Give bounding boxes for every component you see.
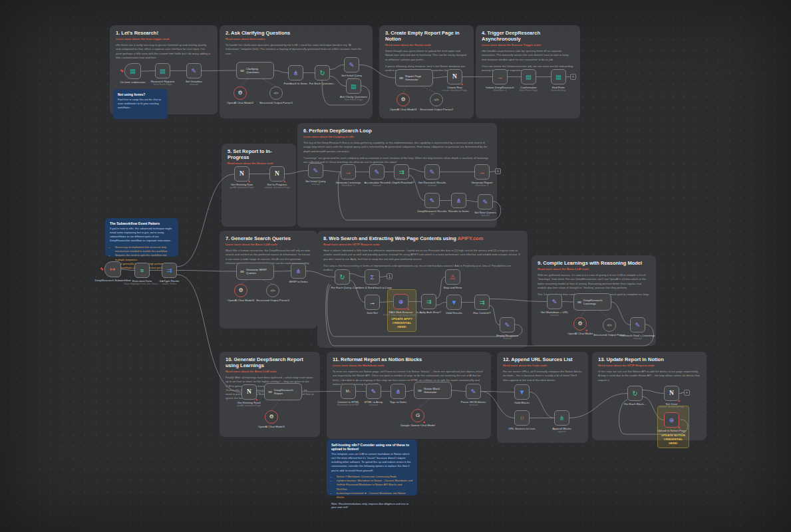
on-form-submission-node[interactable]: ϟ▤ bbox=[124, 63, 141, 79]
deepresearch-learnings-node[interactable]: ∞DeepResearch Learnings bbox=[573, 293, 611, 311]
generate-serp-queries-node[interactable]: ∞Generate SERP Queries bbox=[236, 263, 274, 280]
convert-to-html-node[interactable]: M↓ bbox=[341, 384, 356, 399]
sticky-note-note-subworkflow[interactable]: The Subworkflow Event PatternIf you're n… bbox=[105, 218, 178, 257]
endpoint-2-node[interactable]: + bbox=[495, 168, 501, 174]
has-content-node[interactable]: ⇉ bbox=[474, 295, 490, 310]
set-variables-node[interactable]: ✎ bbox=[186, 63, 202, 78]
structured-output-parser2a-node[interactable]: </> bbox=[430, 93, 443, 106]
generate-report-node[interactable]: → bbox=[474, 164, 490, 180]
get-initial-query-node[interactable]: ✎ bbox=[344, 57, 359, 72]
initiate-deepresearch-node[interactable]: → bbox=[492, 69, 508, 84]
endpoint-3-node[interactable]: + bbox=[684, 390, 690, 396]
is-apify-auth-error-node[interactable]: ⇉ bbox=[421, 294, 436, 309]
url-sources-to-lists-node[interactable]: { } bbox=[514, 410, 530, 426]
sticky-note-s13[interactable]: 13. Update Report in NotionRead more abo… bbox=[592, 352, 707, 440]
openai-chat-model4-node[interactable]: ⚙ bbox=[234, 284, 247, 297]
pencil-icon: ✎ bbox=[192, 68, 197, 74]
combine-send-back-node[interactable]: Σ bbox=[365, 269, 380, 285]
for-each-query-node[interactable]: ↻ bbox=[335, 269, 350, 285]
rag-web-browser-node[interactable]: ⊕▲ bbox=[393, 294, 408, 309]
upload-to-notion-page-node[interactable]: ⊕▲ bbox=[664, 412, 679, 428]
item-ref-node[interactable]: → bbox=[365, 295, 380, 310]
set-initial-query-node[interactable]: ✎ bbox=[308, 163, 323, 178]
deepresearch-results-node[interactable]: ✎ bbox=[424, 193, 440, 208]
endpoint-1-node[interactable]: + bbox=[570, 74, 576, 80]
sticky-doc-link[interactable]: Read more about the HTTP Request node bbox=[598, 364, 701, 367]
notion-block-generator-node[interactable]: ∞Notion Block Generator bbox=[414, 382, 452, 399]
deepresearch-report-node[interactable]: ∞DeepResearch Report bbox=[264, 383, 302, 400]
results-to-items-node[interactable]: ⋔ bbox=[451, 193, 466, 208]
exec-icon: → bbox=[345, 169, 352, 176]
structured-output-parser-node[interactable]: </> bbox=[603, 319, 616, 332]
for-each-block-node[interactable]: ↻ bbox=[627, 386, 643, 401]
get-research-results-node[interactable]: ✎ bbox=[424, 164, 440, 180]
get-existing-row-node[interactable]: N▲ bbox=[234, 166, 249, 182]
node-label: Get Initial Querymanual bbox=[329, 74, 375, 80]
sticky-doc-link[interactable]: Learn more about the Markdown node bbox=[333, 364, 485, 367]
feedback-to-items-node[interactable]: ⋔ bbox=[288, 65, 303, 80]
sticky-doc-link[interactable]: Read more about the Notion node bbox=[385, 43, 468, 47]
sticky-bullet-link[interactable]: Necessary to implement the recursive loo… bbox=[115, 245, 174, 254]
append-blocks-node[interactable]: ⋔ bbox=[554, 410, 569, 426]
ask-clarity-questions-node[interactable]: ▤ bbox=[346, 78, 361, 94]
sticky-doc-link[interactable]: Learn more about the Basic LLM node bbox=[226, 243, 311, 246]
is-depth-reached-node[interactable]: ⇉ bbox=[394, 164, 409, 180]
deepresearch-subworkflow-node[interactable]: ϟ↦ bbox=[104, 261, 121, 277]
sticky-doc-link[interactable]: Read more about the Basic LLM node bbox=[226, 370, 314, 373]
set-next-queries-node[interactable]: ✎ bbox=[478, 194, 493, 209]
sticky-doc-link[interactable]: Learn more about the form trigger node bbox=[116, 37, 212, 41]
set-in-progress-node[interactable]: N▲ bbox=[269, 166, 285, 182]
accumulate-results-node[interactable]: ✎ bbox=[369, 164, 385, 180]
structured-output-parser2-node[interactable]: </> bbox=[266, 284, 279, 297]
google-gemini-chat-model-node[interactable]: G▲ bbox=[411, 409, 424, 422]
sticky-note-note-forms[interactable]: Not using forms?Feel free to swap this o… bbox=[113, 89, 168, 119]
openai-chat-model1-node[interactable]: ⚙ bbox=[265, 410, 278, 424]
node-label: Combine & Send back to Loop bbox=[349, 286, 396, 289]
sticky-doc-link[interactable]: Read more about the HTTP Request node bbox=[323, 243, 522, 246]
clarifying-questions-node[interactable]: ∞Clarifying Questions bbox=[236, 62, 274, 79]
node-sublabel: update: databasePage bbox=[254, 186, 301, 190]
research-goal-learnings-node[interactable]: ✎ bbox=[630, 317, 645, 332]
pencil-icon: ✎ bbox=[375, 169, 380, 176]
sticky-doc-link[interactable]: Read more about form nodes bbox=[226, 37, 367, 41]
tags-to-items-node[interactable]: ⋔ bbox=[391, 384, 406, 399]
openai-chat-model2-node[interactable]: ⚙ bbox=[234, 86, 247, 100]
structured-output-parser1-node[interactable]: </> bbox=[269, 86, 283, 100]
valid-results-node[interactable]: ▼ bbox=[446, 295, 462, 310]
end-form-node[interactable]: ▤ bbox=[551, 69, 566, 84]
empty-response-node[interactable]: ✎ bbox=[500, 317, 515, 332]
badge-1-node[interactable]: 1 bbox=[387, 273, 393, 279]
generate-learnings-node[interactable]: → bbox=[341, 164, 356, 180]
sticky-doc-link[interactable]: Learn more about the Execute Trigger nod… bbox=[482, 43, 574, 47]
research-request-node[interactable]: ▤ bbox=[155, 63, 170, 78]
sticky-doc-link[interactable]: Learn more about the Looping in n8n bbox=[303, 135, 491, 138]
sticky-doc-link[interactable]: Read more about the Code node bbox=[503, 364, 582, 367]
html-to-array-node[interactable]: ✎ bbox=[366, 384, 381, 399]
serp-to-items-node[interactable]: ⋔ bbox=[291, 263, 306, 279]
confirmation-node[interactable]: ▤ bbox=[521, 69, 536, 84]
jobtype-router-node[interactable]: ⇉ bbox=[162, 263, 177, 278]
sticky-note-note-selfhost[interactable]: Self-hosting n8n? Consider using one of … bbox=[327, 440, 417, 495]
create-row-node[interactable]: N▲ bbox=[447, 69, 462, 84]
get-markdown-url-node[interactable]: ✎ bbox=[547, 294, 562, 309]
sticky-bullet-link[interactable]: brittonhayes/notionmd ★ - Convert Markdo… bbox=[337, 491, 412, 500]
valid-blocks-node[interactable]: ▼ bbox=[514, 384, 530, 400]
node-label: Empty Responsemanual bbox=[484, 334, 531, 340]
stop-and-error-node[interactable]: ⚠ bbox=[445, 269, 460, 285]
exec-icon: → bbox=[497, 74, 504, 80]
sticky-bullet-link[interactable]: Negates the need to split this workflow … bbox=[115, 253, 174, 262]
report-page-generator-node[interactable]: ∞Report Page Generator bbox=[395, 69, 433, 86]
sticky-doc-link[interactable]: Read more about the Basic LLM node bbox=[538, 267, 650, 271]
node-sublabel: manual bbox=[329, 77, 375, 80]
openai-chat-model-node[interactable]: ⚙▲ bbox=[573, 317, 587, 331]
get-existing-row1-node[interactable]: N▲ bbox=[241, 384, 257, 400]
sticky-doc-link[interactable]: Read more about the Notion node bbox=[228, 162, 290, 165]
globe-icon: ⊕ bbox=[669, 417, 675, 424]
n8n-workflow-canvas[interactable]: 1. Let's Research!Learn more about the f… bbox=[0, 0, 791, 532]
set-done-node[interactable]: N▲ bbox=[664, 386, 679, 401]
markdown-icon: M↓ bbox=[346, 390, 351, 394]
openai-chat-model3-node[interactable]: ⚙ bbox=[396, 93, 410, 106]
execution-data-node[interactable]: ≡ bbox=[134, 263, 150, 278]
sticky-bullet-link[interactable]: tryfabric/martian: Markdown to Notion - … bbox=[337, 479, 412, 491]
parse-json-blocks-node[interactable]: ✎ bbox=[466, 384, 481, 399]
